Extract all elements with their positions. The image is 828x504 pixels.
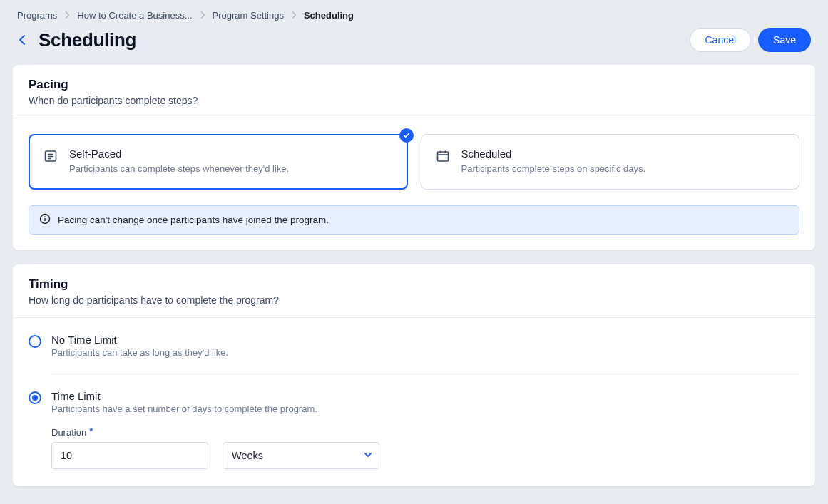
pacing-subtitle: When do participants complete steps? (29, 95, 799, 106)
page-header: Scheduling Cancel Save (0, 21, 828, 65)
list-icon (44, 149, 58, 166)
timing-option-no-limit[interactable]: No Time Limit Participants can take as l… (29, 334, 799, 358)
chevron-right-icon (64, 10, 70, 21)
breadcrumb: Programs How to Create a Business... Pro… (0, 0, 828, 21)
duration-label: Duration* (51, 427, 93, 438)
page-title: Scheduling (39, 29, 136, 51)
chevron-right-icon (291, 10, 297, 21)
back-arrow-icon[interactable] (17, 34, 29, 46)
chevron-right-icon (200, 10, 205, 21)
breadcrumb-program-settings[interactable]: Program Settings (213, 10, 284, 21)
cancel-button[interactable]: Cancel (690, 28, 751, 52)
timing-subtitle: How long do participants have to complet… (29, 294, 799, 306)
svg-rect-4 (437, 152, 448, 161)
pacing-card: Pacing When do participants complete ste… (13, 65, 815, 250)
timing-option-time-limit[interactable]: Time Limit Participants have a set numbe… (29, 390, 799, 469)
no-time-limit-desc: Participants can take as long as they'd … (51, 347, 799, 358)
pacing-option-desc: Participants can complete steps whenever… (69, 163, 289, 176)
calendar-icon (436, 149, 450, 166)
time-limit-desc: Participants have a set number of days t… (51, 403, 799, 414)
pacing-option-scheduled[interactable]: Scheduled Participants complete steps on… (421, 134, 800, 190)
pacing-option-desc: Participants complete steps on specific … (461, 163, 646, 176)
pacing-info-text: Pacing can't change once participants ha… (58, 215, 329, 225)
duration-input[interactable] (51, 442, 208, 469)
divider (51, 374, 799, 374)
pacing-option-title: Scheduled (461, 148, 646, 160)
pacing-option-self-paced[interactable]: Self-Paced Participants can complete ste… (29, 134, 408, 190)
radio-time-limit[interactable] (29, 391, 41, 404)
time-limit-title: Time Limit (51, 390, 799, 402)
radio-no-time-limit[interactable] (29, 335, 41, 348)
info-icon (39, 213, 51, 227)
required-indicator: * (89, 426, 93, 436)
timing-card: Timing How long do participants have to … (13, 264, 815, 486)
pacing-title: Pacing (29, 78, 799, 92)
no-time-limit-title: No Time Limit (51, 334, 799, 346)
timing-title: Timing (29, 277, 799, 292)
breadcrumb-program-name[interactable]: How to Create a Business... (77, 10, 192, 21)
pacing-option-title: Self-Paced (69, 148, 289, 160)
check-icon (399, 128, 414, 143)
pacing-info-banner: Pacing can't change once participants ha… (29, 205, 799, 235)
svg-point-10 (44, 216, 46, 217)
breadcrumb-programs[interactable]: Programs (17, 10, 57, 21)
duration-unit-select[interactable]: Weeks (223, 442, 379, 469)
save-button[interactable]: Save (758, 28, 811, 52)
breadcrumb-current: Scheduling (304, 10, 354, 21)
